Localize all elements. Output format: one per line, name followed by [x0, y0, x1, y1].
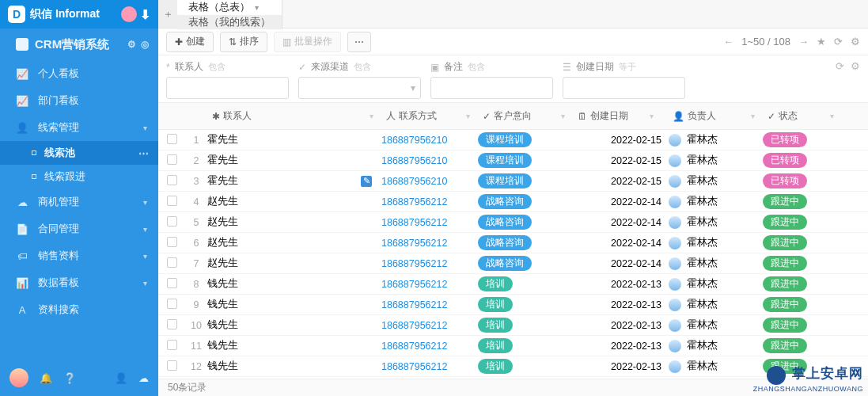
chevron-down-icon[interactable]: ▾ — [370, 112, 373, 120]
next-page-icon[interactable]: → — [798, 36, 809, 48]
cell-phone[interactable]: 186887956212 — [381, 217, 478, 228]
row-checkbox[interactable] — [167, 237, 177, 247]
gear-icon[interactable]: ⚙ — [127, 39, 136, 50]
settings-icon[interactable]: ⚙ — [851, 36, 860, 48]
row-checkbox[interactable] — [167, 154, 177, 165]
table-row[interactable]: 7赵先生186887956212战略咨询2022-02-14霍林杰跟进中 — [158, 253, 868, 274]
col-phone[interactable]: 人 联系方式 ▾ — [381, 109, 478, 123]
row-checkbox[interactable] — [167, 299, 177, 309]
help-icon[interactable]: ❔ — [63, 372, 76, 384]
tab-1[interactable]: 表格（我的线索） — [177, 15, 282, 29]
cell-phone[interactable]: 186887956210 — [381, 176, 478, 187]
sort-button[interactable]: ⇅ 排序 — [220, 32, 267, 52]
cell-phone[interactable]: 186887956212 — [381, 279, 478, 290]
cell-phone[interactable]: 186887956212 — [381, 238, 478, 249]
row-index: 3 — [185, 176, 207, 187]
col-contact[interactable]: ✱ 联系人 ▾ — [207, 109, 381, 123]
sidebar-item-1[interactable]: 📈 部门看板 — [0, 87, 158, 114]
cell-phone[interactable]: 186887956212 — [381, 320, 478, 331]
sidebar-item-5[interactable]: 🏷 销售资料 ▾ — [0, 242, 158, 269]
star-icon[interactable]: ★ — [817, 36, 826, 48]
create-button[interactable]: ✚ 创建 — [166, 32, 214, 52]
filter-settings-icon[interactable]: ⚙ — [851, 60, 860, 72]
table-row[interactable]: 9钱先生186887956212培训2022-02-13霍林杰跟进中 — [158, 295, 868, 315]
bell-icon[interactable]: 🔔 — [40, 372, 52, 384]
user-icon[interactable]: 👤 — [115, 372, 127, 384]
cell-intent-tag: 战略咨询 — [478, 256, 532, 271]
row-checkbox[interactable] — [167, 175, 177, 185]
chart-icon: 📈 — [16, 95, 28, 107]
edit-icon[interactable]: ✎ — [361, 176, 372, 187]
row-checkbox[interactable] — [167, 257, 177, 268]
target-icon[interactable]: ◎ — [141, 39, 149, 50]
table-row[interactable]: 11钱先生186887956212培训2022-02-13霍林杰跟进中 — [158, 336, 868, 356]
table-row[interactable]: 10钱先生186887956212培训2022-02-13霍林杰跟进中 — [158, 315, 868, 336]
table-row[interactable]: 8钱先生186887956212培训2022-02-13霍林杰跟进中 — [158, 274, 868, 295]
sidebar-item-6[interactable]: 📊 数据看板 ▾ — [0, 269, 158, 296]
filter-input[interactable] — [166, 77, 289, 99]
sidebar-item-label: 销售资料 — [38, 249, 79, 263]
owner-avatar — [668, 360, 682, 374]
main-area: ＋ 表格（总表）▾表格（我的线索） ✚ 创建 ⇅ 排序 ▥ 批量操作 ⋯ ← 1… — [158, 0, 868, 396]
current-user-avatar[interactable] — [9, 368, 28, 387]
cell-phone[interactable]: 186887956212 — [381, 341, 478, 352]
table-row[interactable]: 1霍先生186887956210课程培训2022-02-15霍林杰已转项 — [158, 130, 868, 150]
table-row[interactable]: 5赵先生186887956212战略咨询2022-02-14霍林杰跟进中 — [158, 212, 868, 233]
table-row[interactable]: 4赵先生186887956212战略咨询2022-02-14霍林杰跟进中 — [158, 192, 868, 212]
cell-phone[interactable]: 186887956212 — [381, 361, 478, 372]
add-tab-button[interactable]: ＋ — [158, 0, 177, 28]
chevron-down-icon[interactable]: ▾ — [255, 3, 259, 12]
brand-logo: D — [8, 6, 25, 23]
filter-input[interactable] — [430, 77, 553, 99]
table-row[interactable]: 2霍先生186887956210课程培训2022-02-15霍林杰已转项 — [158, 150, 868, 171]
sidebar-item-0[interactable]: 📈 个人看板 — [0, 60, 158, 87]
refresh-icon[interactable]: ⟳ — [834, 36, 843, 48]
row-checkbox[interactable] — [167, 196, 177, 206]
more-button[interactable]: ⋯ — [347, 32, 371, 52]
chevron-down-icon[interactable]: ▾ — [466, 112, 470, 120]
filter-input[interactable] — [563, 77, 685, 99]
chevron-down-icon[interactable]: ▾ — [650, 112, 654, 120]
row-checkbox[interactable] — [167, 340, 177, 350]
more-icon[interactable]: ⋯ — [138, 147, 149, 159]
cell-intent-tag: 培训 — [478, 276, 513, 291]
row-checkbox[interactable] — [167, 360, 177, 371]
sort-label: 排序 — [240, 35, 259, 48]
cell-phone[interactable]: 186887956210 — [381, 155, 478, 166]
table-area: ✱ 联系人 ▾ 人 联系方式 ▾ ✓ 客户意向 ▾ 🗓 创建日期 ▾ 👤 负 — [158, 103, 868, 379]
sidebar-item-4[interactable]: 📄 合同管理 ▾ — [0, 215, 158, 242]
cell-phone[interactable]: 186887956212 — [381, 258, 478, 269]
row-checkbox[interactable] — [167, 278, 177, 288]
batch-button[interactable]: ▥ 批量操作 — [274, 32, 341, 52]
row-index: 7 — [185, 258, 207, 269]
row-checkbox[interactable] — [167, 319, 177, 329]
download-icon[interactable]: ⬇ — [140, 7, 150, 22]
sidebar-item-7[interactable]: A 资料搜索 — [0, 296, 158, 323]
cell-phone[interactable]: 186887956212 — [381, 196, 478, 208]
col-date[interactable]: 🗓 创建日期 ▾ — [573, 109, 668, 123]
cell-phone[interactable]: 186887956212 — [381, 299, 478, 310]
sidebar-item-2[interactable]: 👤 线索管理 ▾ — [0, 114, 158, 141]
table-row[interactable]: 12钱先生186887956212培训2022-02-13霍林杰跟进中 — [158, 356, 868, 377]
chevron-down-icon[interactable]: ▾ — [830, 112, 834, 120]
prev-page-icon[interactable]: ← — [723, 36, 733, 48]
row-checkbox[interactable] — [167, 134, 177, 144]
filter-select[interactable]: ▾ — [298, 77, 421, 99]
filter-refresh-icon[interactable]: ⟳ — [836, 60, 844, 72]
chevron-down-icon[interactable]: ▾ — [561, 112, 565, 120]
col-intent[interactable]: ✓ 客户意向 ▾ — [478, 109, 573, 123]
col-owner[interactable]: 👤 负责人 ▾ — [668, 109, 763, 123]
sidebar-subitem[interactable]: 线索池 ⋯ — [0, 141, 158, 165]
cloud-icon[interactable]: ☁ — [138, 372, 149, 384]
tab-0[interactable]: 表格（总表）▾ — [177, 0, 282, 16]
cell-phone[interactable]: 186887956210 — [381, 135, 478, 146]
row-checkbox[interactable] — [167, 216, 177, 227]
sidebar-subitem[interactable]: 线索跟进 — [0, 165, 158, 188]
sidebar-item-3[interactable]: ☁ 商机管理 ▾ — [0, 188, 158, 215]
cell-owner: 霍林杰 — [668, 154, 763, 168]
user-avatar-small[interactable] — [121, 6, 137, 22]
table-row[interactable]: 6赵先生186887956212战略咨询2022-02-14霍林杰跟进中 — [158, 233, 868, 253]
col-status[interactable]: ✓ 状态 ▾ — [763, 109, 842, 123]
chevron-down-icon[interactable]: ▾ — [751, 112, 755, 120]
table-row[interactable]: 3霍先生✎186887956210课程培训2022-02-15霍林杰已转项 — [158, 171, 868, 192]
